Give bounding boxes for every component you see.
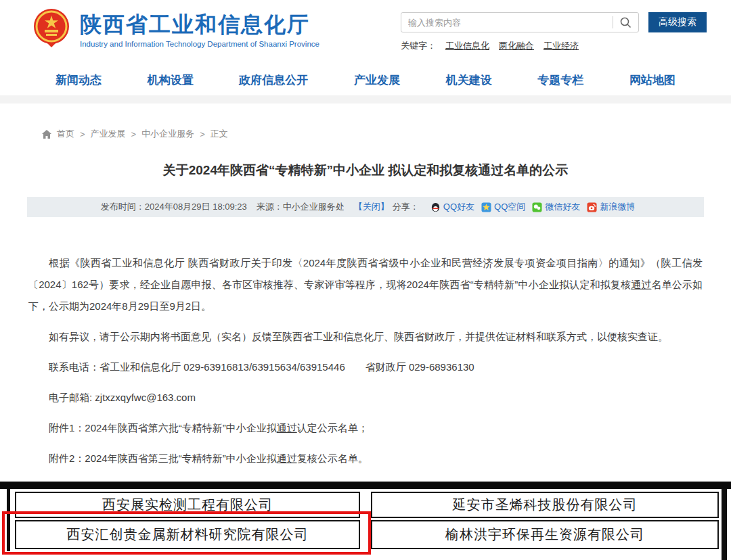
- paragraph-email: 电子邮箱: zjtxzxqyfwc@163.com: [28, 387, 703, 409]
- site-subtitle: Industry and Information Technology Depa…: [80, 40, 319, 48]
- paragraph-objection: 如有异议，请于公示期内将书面意见（实名）反馈至陕西省工业和信息化厅、陕西省财政厅…: [28, 326, 703, 348]
- search-divider: [613, 16, 613, 28]
- share-wechat[interactable]: 微信好友: [532, 201, 580, 213]
- weibo-icon: [587, 202, 597, 212]
- breadcrumb-industry[interactable]: 产业发展: [91, 128, 126, 140]
- paragraph-text: 根据《陕西省工业和信息化厅 陕西省财政厅关于印发〈2024年度陕西省省级中小企业…: [28, 257, 703, 290]
- breadcrumb-separator: >: [131, 129, 137, 139]
- breadcrumb: 首页 > 产业发展 > 中小企业服务 > 正文: [42, 128, 731, 140]
- keyword-link[interactable]: 工业经济: [544, 41, 579, 51]
- site-header: 陕西省工业和信息化厅 Industry and Information Tech…: [0, 0, 731, 64]
- share-qzone-label: QQ空间: [494, 201, 525, 213]
- nav-item-organization[interactable]: 机构设置: [148, 72, 194, 88]
- table-right-border: [722, 489, 727, 560]
- share-weibo-label: 新浪微博: [600, 201, 635, 213]
- nav-item-special[interactable]: 专题专栏: [537, 72, 583, 88]
- keyword-link[interactable]: 工业信息化: [445, 41, 489, 51]
- breadcrumb-sme-service[interactable]: 中小企业服务: [141, 128, 194, 140]
- keyword-link[interactable]: 两化融合: [499, 41, 534, 51]
- attachment-text: 附件2：2024年陕西省第三批“专精特新”中小企业拟: [49, 452, 277, 464]
- share-qq-friend[interactable]: QQ好友: [430, 201, 474, 213]
- company-table-image: 西安展实检测工程有限公司 延安市圣烯科技股份有限公司 西安汇创贵金属新材料研究院…: [0, 480, 731, 560]
- attachment-1-link[interactable]: 通过: [277, 422, 297, 434]
- article-meta-bar: 发布时间：2024年08月29日 18:09:23 来源：中小企业服务处 【关闭…: [27, 197, 704, 217]
- share-qq-friend-label: QQ好友: [443, 201, 474, 213]
- attachment-1: 附件1：2024年陕西省第六批“专精特新”中小企业拟通过认定公示名单；: [28, 417, 703, 439]
- advanced-search-button[interactable]: 高级搜索: [648, 12, 707, 32]
- paragraph-basis: 根据《陕西省工业和信息化厅 陕西省财政厅关于印发〈2024年度陕西省省级中小企业…: [28, 252, 703, 317]
- article-title: 关于2024年陕西省“专精特新”中小企业 拟认定和拟复核通过名单的公示: [0, 162, 731, 179]
- table-top-border: [0, 482, 731, 489]
- share-label: 分享：: [393, 201, 419, 213]
- article-body: 根据《陕西省工业和信息化厅 陕西省财政厅关于印发〈2024年度陕西省省级中小企业…: [28, 252, 703, 469]
- attachment-text: 附件1：2024年陕西省第六批“专精特新”中小企业拟: [49, 422, 277, 434]
- main-nav: 新闻动态 机构设置 政府信息公开 产业发展 机关建设 专题专栏 网站地图: [0, 64, 731, 95]
- divider: [0, 95, 731, 103]
- table-cell-highlighted: 西安汇创贵金属新材料研究院有限公司: [15, 520, 360, 549]
- wechat-icon: [532, 202, 542, 212]
- site-title: 陕西省工业和信息化厅: [80, 11, 319, 38]
- nav-item-sitemap[interactable]: 网站地图: [629, 72, 675, 88]
- share-wechat-label: 微信好友: [545, 201, 580, 213]
- search-box: [401, 12, 639, 32]
- share-weibo[interactable]: 新浪微博: [587, 201, 635, 213]
- table-left-border: [7, 489, 10, 551]
- search-input[interactable]: [401, 12, 639, 32]
- search-keywords: 关键字：工业信息化两化融合工业经济: [401, 40, 707, 52]
- attachment-text: 复核公示名单。: [297, 452, 368, 464]
- search-icon[interactable]: [619, 16, 632, 29]
- breadcrumb-current: 正文: [211, 128, 228, 140]
- national-emblem-icon: [31, 7, 72, 51]
- close-button[interactable]: 【关闭】: [354, 201, 389, 213]
- nav-item-news[interactable]: 新闻动态: [56, 72, 102, 88]
- qzone-icon: [481, 202, 491, 212]
- nav-item-agency[interactable]: 机关建设: [446, 72, 492, 88]
- article-source: 来源：中小企业服务处: [257, 201, 345, 213]
- logo-text: 陕西省工业和信息化厅 Industry and Information Tech…: [80, 11, 319, 48]
- paragraph-phone: 联系电话：省工业和信息化厅 029-63916813/63915634/6391…: [28, 356, 703, 378]
- share-qzone[interactable]: QQ空间: [481, 201, 525, 213]
- publish-time: 发布时间：2024年08月29日 18:09:23: [101, 201, 247, 213]
- site-logo: 陕西省工业和信息化厅 Industry and Information Tech…: [31, 7, 319, 51]
- breadcrumb-home[interactable]: 首页: [57, 128, 74, 140]
- table-cell: 延安市圣烯科技股份有限公司: [371, 492, 719, 518]
- qq-icon: [430, 202, 441, 212]
- passed-link[interactable]: 通过: [631, 279, 651, 290]
- attachment-2: 附件2：2024年陕西省第三批“专精特新”中小企业拟通过复核公示名单。: [28, 448, 703, 469]
- attachment-text: 认定公示名单；: [297, 422, 368, 434]
- search-area: 高级搜索 关键字：工业信息化两化融合工业经济: [401, 7, 707, 52]
- home-icon[interactable]: [42, 130, 51, 139]
- table-cell: 榆林洪宇环保再生资源有限公司: [371, 520, 719, 549]
- nav-item-gov-info[interactable]: 政府信息公开: [239, 72, 308, 88]
- attachment-2-link[interactable]: 通过: [277, 452, 297, 464]
- keywords-label: 关键字：: [401, 41, 436, 51]
- breadcrumb-separator: >: [80, 129, 85, 139]
- breadcrumb-separator: >: [200, 129, 205, 139]
- table-cell: 西安展实检测工程有限公司: [15, 492, 360, 518]
- nav-item-industry[interactable]: 产业发展: [354, 72, 400, 88]
